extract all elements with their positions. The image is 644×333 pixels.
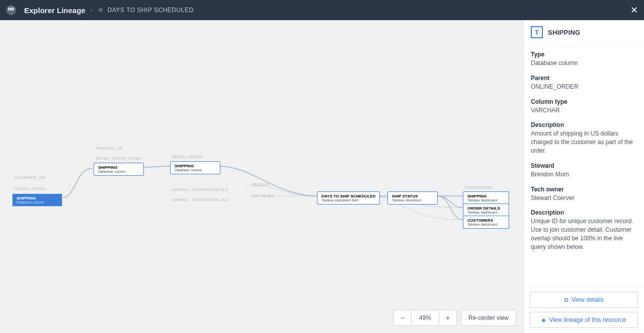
- field-tech-owner: Tech owner Stewart Coerver: [531, 186, 637, 203]
- field-column-type: Column type VARCHAR: [531, 98, 637, 115]
- field-label: Steward: [531, 162, 637, 169]
- node-title: CUSTOMERS: [467, 218, 505, 223]
- lineage-canvas[interactable]: ALTERNATE_DB ONLINE_ORDER SHIPPING Datab…: [0, 20, 523, 333]
- group-label: SAMPLE - SUPERSTORE.XLS: [172, 197, 228, 202]
- node-subtitle: Database column: [17, 201, 58, 204]
- app-logo-icon: [6, 5, 16, 15]
- group-label: ORDERS: [252, 182, 269, 187]
- field-steward: Steward Brendon Murn: [531, 162, 637, 179]
- canvas-controls: − 49% + Re-center view: [393, 310, 516, 326]
- node-title: SHIPPING: [17, 196, 58, 201]
- sidebar-header: T SHIPPING: [524, 20, 644, 45]
- field-label: Parent: [531, 75, 637, 82]
- external-link-icon: ⧉: [564, 296, 569, 303]
- lineage-node[interactable]: SHIPPING Database column: [94, 163, 144, 176]
- lineage-node-selected[interactable]: SHIPPING Database column: [12, 193, 62, 207]
- group-label: SAMPLE - SUPERSTORE.XLS: [172, 187, 228, 192]
- close-icon[interactable]: ✕: [630, 5, 638, 16]
- group-label: SUP RETAIL: [252, 193, 275, 198]
- button-label: View details: [572, 296, 604, 303]
- node-title: DAYS TO SHIP SCHEDULED: [321, 194, 375, 198]
- lineage-node[interactable]: SHIP STATUS Tableau dimension: [387, 191, 438, 205]
- breadcrumb[interactable]: ✲ DAYS TO SHIP SCHEDULED: [98, 7, 194, 14]
- node-title: ORDER DETAILS: [467, 206, 505, 211]
- node-subtitle: Tableau calculated field: [321, 198, 375, 202]
- lineage-icon: ◈: [541, 316, 546, 323]
- field-label: Tech owner: [531, 186, 637, 193]
- node-title: SHIPPING: [467, 194, 505, 198]
- field-label: Description: [531, 121, 637, 128]
- field-label: Type: [531, 51, 637, 58]
- field-value: Brendon Murn: [531, 170, 637, 179]
- target-icon: ✲: [98, 7, 105, 14]
- column-type-icon: T: [531, 26, 543, 38]
- chevron-right-icon: ›: [91, 7, 93, 14]
- group-label: ALTERNATE_DB: [14, 175, 45, 180]
- field-value: Amount of shipping in US dollars charged…: [531, 129, 637, 155]
- sidebar-footer: ⧉ View details ◈ View lineage of this re…: [524, 286, 644, 333]
- breadcrumb-label: DAYS TO SHIP SCHEDULED: [108, 7, 194, 14]
- view-details-button[interactable]: ⧉ View details: [530, 292, 638, 308]
- node-subtitle: Tableau dashboard: [467, 211, 505, 214]
- lineage-node[interactable]: SHIPPING Database column: [170, 161, 220, 174]
- node-title: SHIP STATUS: [392, 194, 433, 198]
- node-subtitle: Database column: [98, 170, 139, 173]
- field-description: Description Amount of shipping in US dol…: [531, 121, 637, 155]
- group-label: ONLINE_ORDER: [14, 186, 46, 191]
- svg-point-3: [12, 9, 13, 10]
- page-title: Explorer Lineage: [24, 6, 86, 15]
- field-value: ONLINE_ORDER: [531, 83, 637, 91]
- group-label: RETAIL_ORDER_ITEMS: [96, 156, 141, 161]
- node-title: SHIPPING: [175, 164, 216, 168]
- sidebar-title: SHIPPING: [548, 29, 581, 36]
- zoom-group: − 49% +: [393, 310, 457, 326]
- field-parent: Parent ONLINE_ORDER: [531, 75, 637, 91]
- field-value: Unique ID for unique customer record. Us…: [531, 217, 637, 251]
- lineage-node[interactable]: CUSTOMERS Tableau dashboard: [463, 216, 509, 229]
- details-sidebar: T SHIPPING Type Database column Parent O…: [523, 20, 644, 333]
- field-value: VARCHAR: [531, 106, 637, 115]
- svg-point-2: [9, 9, 10, 10]
- node-subtitle: Tableau dashboard: [467, 223, 505, 226]
- node-subtitle: Tableau dimension: [392, 198, 433, 202]
- field-description-2: Description Unique ID for unique custome…: [531, 209, 637, 251]
- main-layout: ALTERNATE_DB ONLINE_ORDER SHIPPING Datab…: [0, 20, 644, 333]
- zoom-in-button[interactable]: +: [439, 310, 457, 326]
- group-label: SUPERSTORE: [465, 185, 493, 190]
- view-lineage-button[interactable]: ◈ View lineage of this resource: [530, 312, 638, 328]
- zoom-out-button[interactable]: −: [393, 310, 412, 326]
- button-label: View lineage of this resource: [549, 316, 626, 323]
- field-value: Database column: [531, 59, 637, 68]
- group-label: RETAIL_ORDER: [172, 155, 203, 159]
- node-subtitle: Database column: [175, 168, 216, 172]
- lineage-node[interactable]: SHIPPING Tableau dashboard: [463, 191, 509, 205]
- field-type: Type Database column: [531, 51, 637, 68]
- lineage-edges: [0, 20, 523, 333]
- lineage-node-focus[interactable]: DAYS TO SHIP SCHEDULED Tableau calculate…: [317, 191, 380, 205]
- sidebar-body: Type Database column Parent ONLINE_ORDER…: [524, 45, 644, 286]
- lineage-node[interactable]: ORDER DETAILS Tableau dashboard: [463, 204, 509, 217]
- recenter-button[interactable]: Re-center view: [461, 310, 516, 326]
- field-label: Description: [531, 209, 637, 216]
- field-label: Column type: [531, 98, 637, 105]
- group-label: PAINTING_DB: [96, 146, 122, 151]
- zoom-percent: 49%: [412, 310, 439, 326]
- field-value: Stewart Coerver: [531, 194, 637, 203]
- node-subtitle: Tableau dashboard: [467, 198, 505, 202]
- node-title: SHIPPING: [98, 165, 139, 170]
- app-header: Explorer Lineage › ✲ DAYS TO SHIP SCHEDU…: [0, 0, 644, 20]
